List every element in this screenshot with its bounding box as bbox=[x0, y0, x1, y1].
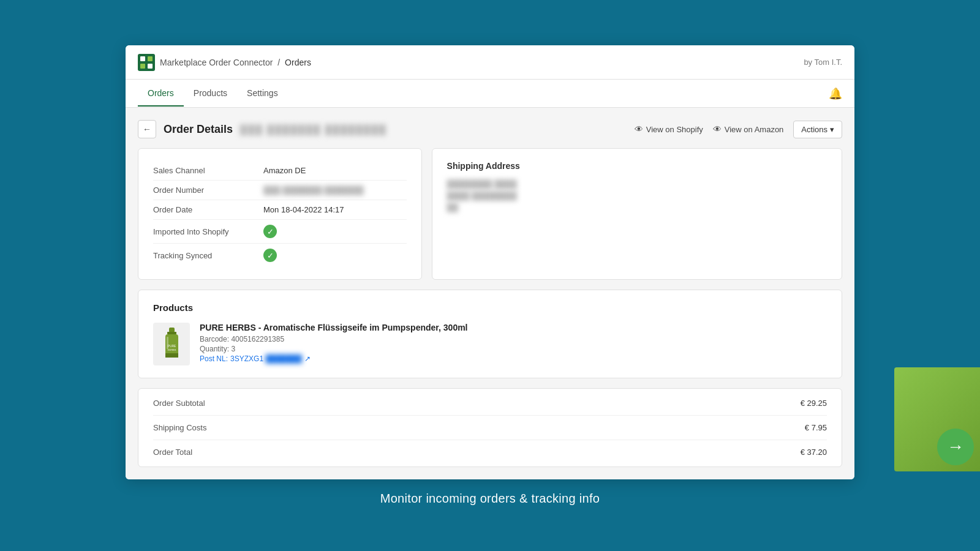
order-date-label: Order Date bbox=[153, 205, 263, 214]
view-on-amazon-link[interactable]: 👁 View on Amazon bbox=[713, 124, 784, 134]
shipping-address-title: Shipping Address bbox=[447, 161, 827, 171]
order-subtotal-row: Order Subtotal € 29.25 bbox=[153, 391, 827, 416]
shipping-costs-value: € 7.95 bbox=[805, 423, 827, 432]
bell-icon[interactable]: 🔔 bbox=[829, 87, 842, 100]
svg-rect-5 bbox=[169, 328, 175, 332]
order-info-card: Sales Channel Amazon DE Order Number ███… bbox=[138, 148, 422, 280]
order-number-value: ███ ███████ ███████ bbox=[263, 186, 364, 195]
svg-text:PURE: PURE bbox=[167, 344, 176, 348]
top-bar-left: Marketplace Order Connector / Orders bbox=[138, 54, 311, 71]
order-subtotal-label: Order Subtotal bbox=[153, 399, 205, 408]
product-quantity: Quantity: 3 bbox=[200, 345, 827, 353]
svg-rect-6 bbox=[167, 332, 176, 334]
svg-rect-2 bbox=[148, 56, 153, 61]
eye-shopify-icon: 👁 bbox=[635, 124, 643, 134]
svg-rect-3 bbox=[140, 64, 145, 69]
outer-wrapper: Marketplace Order Connector / Orders by … bbox=[0, 0, 980, 551]
product-image: PURE HERBS bbox=[153, 323, 190, 365]
app-logo bbox=[138, 54, 155, 71]
shipping-costs-label: Shipping Costs bbox=[153, 423, 206, 432]
svg-rect-1 bbox=[140, 56, 145, 61]
footer-text: Monitor incoming orders & tracking info bbox=[380, 492, 600, 506]
right-decoration bbox=[882, 367, 980, 478]
svg-rect-0 bbox=[138, 54, 155, 71]
shipping-line-3: ██ bbox=[447, 203, 827, 212]
svg-rect-9 bbox=[165, 353, 178, 358]
eye-amazon-icon: 👁 bbox=[713, 124, 722, 134]
tab-orders[interactable]: Orders bbox=[138, 81, 184, 107]
shipping-costs-row: Shipping Costs € 7.95 bbox=[153, 416, 827, 440]
sales-channel-label: Sales Channel bbox=[153, 166, 263, 175]
order-total-row: Order Total € 37.20 bbox=[153, 440, 827, 464]
tracking-id-link[interactable]: 3SYZXG1 ███████ bbox=[230, 354, 302, 363]
imported-row: Imported Into Shopify ✓ bbox=[153, 220, 407, 244]
imported-check-icon: ✓ bbox=[263, 225, 277, 238]
order-id: ███ ███████ ████████ bbox=[240, 124, 387, 135]
order-date-value: Mon 18-04-2022 14:17 bbox=[263, 205, 344, 214]
order-date-row: Order Date Mon 18-04-2022 14:17 bbox=[153, 200, 407, 220]
product-item: PURE HERBS PURE HERBS - Aromatische Flüs… bbox=[153, 323, 827, 365]
products-section-title: Products bbox=[153, 302, 827, 313]
back-button[interactable]: ← bbox=[138, 120, 156, 138]
page-header-right: 👁 View on Shopify 👁 View on Amazon Actio… bbox=[635, 121, 842, 138]
svg-rect-4 bbox=[148, 64, 153, 69]
order-number-row: Order Number ███ ███████ ███████ bbox=[153, 181, 407, 200]
product-barcode: Barcode: 4005162291385 bbox=[200, 335, 827, 343]
bottle-icon: PURE HERBS bbox=[161, 328, 183, 361]
product-info: PURE HERBS - Aromatische Flüssigseife im… bbox=[200, 323, 827, 363]
sales-channel-row: Sales Channel Amazon DE bbox=[153, 161, 407, 181]
arrow-circle-decoration bbox=[937, 429, 974, 465]
order-total-label: Order Total bbox=[153, 448, 192, 457]
app-window: Marketplace Order Connector / Orders by … bbox=[126, 45, 854, 479]
tracking-synced-check-icon: ✓ bbox=[263, 249, 277, 262]
page-header: ← Order Details ███ ███████ ████████ 👁 V… bbox=[138, 120, 842, 138]
order-number-label: Order Number bbox=[153, 186, 263, 195]
products-section: Products PURE HERBS bbox=[138, 290, 842, 378]
order-totals-card: Order Subtotal € 29.25 Shipping Costs € … bbox=[138, 388, 842, 467]
tab-settings[interactable]: Settings bbox=[237, 81, 288, 107]
shipping-line-1: ████████ ████ bbox=[447, 179, 827, 189]
shipping-address-card: Shipping Address ████████ ████ ████ ████… bbox=[432, 148, 842, 280]
product-tracking: Post NL: 3SYZXG1 ███████ ↗ bbox=[200, 354, 827, 363]
tracking-synced-row: Tracking Synced ✓ bbox=[153, 244, 407, 267]
nav-tabs: Orders Products Settings 🔔 bbox=[126, 80, 854, 108]
by-label: by Tom I.T. bbox=[804, 58, 842, 67]
page-header-left: ← Order Details ███ ███████ ████████ bbox=[138, 120, 387, 138]
actions-button[interactable]: Actions ▾ bbox=[793, 121, 842, 138]
content-area: ← Order Details ███ ███████ ████████ 👁 V… bbox=[126, 108, 854, 479]
order-total-value: € 37.20 bbox=[801, 448, 827, 457]
shipping-line-2: ████ ████████ bbox=[447, 191, 827, 200]
tracking-synced-label: Tracking Synced bbox=[153, 251, 263, 260]
page-title: Order Details bbox=[164, 123, 233, 136]
external-link-icon: ↗ bbox=[304, 354, 311, 363]
view-on-shopify-link[interactable]: 👁 View on Shopify bbox=[635, 124, 703, 134]
order-subtotal-value: € 29.25 bbox=[801, 399, 827, 408]
svg-text:HERBS: HERBS bbox=[167, 348, 176, 351]
tab-products[interactable]: Products bbox=[184, 81, 237, 107]
nav-tabs-list: Orders Products Settings bbox=[138, 81, 288, 107]
cards-row: Sales Channel Amazon DE Order Number ███… bbox=[138, 148, 842, 280]
breadcrumb: Marketplace Order Connector / Orders bbox=[160, 58, 311, 67]
product-name: PURE HERBS - Aromatische Flüssigseife im… bbox=[200, 323, 827, 332]
imported-label: Imported Into Shopify bbox=[153, 227, 263, 236]
sales-channel-value: Amazon DE bbox=[263, 166, 306, 175]
top-bar: Marketplace Order Connector / Orders by … bbox=[126, 45, 854, 80]
